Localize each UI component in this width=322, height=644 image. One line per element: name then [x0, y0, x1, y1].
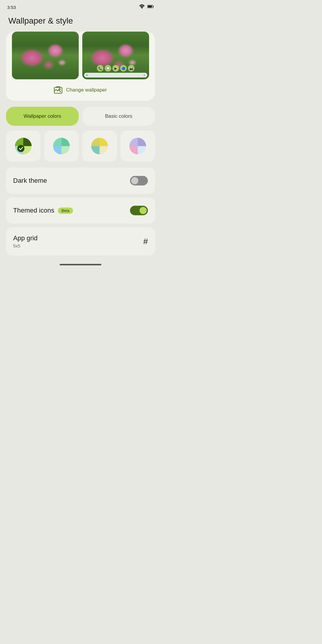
page-title: Wallpaper & style: [0, 13, 161, 32]
palette-item-2[interactable]: [44, 131, 79, 162]
app-grid-label-group: App grid 5x5: [13, 234, 38, 248]
dark-theme-row: Dark theme: [6, 168, 155, 194]
lock-wallpaper-image: [12, 32, 79, 79]
wifi-icon: [139, 4, 145, 10]
basic-colors-tab[interactable]: Basic colors: [82, 107, 155, 126]
bottom-indicator: [0, 259, 161, 268]
phone-icon: 📞: [97, 65, 103, 72]
color-scheme-section: Wallpaper colors Basic colors: [6, 107, 155, 162]
palette-2-wheel: [51, 135, 72, 157]
change-wallpaper-button[interactable]: Change wallpaper: [6, 85, 155, 95]
chrome-icon: 🔵: [120, 65, 127, 72]
svg-rect-1: [153, 6, 154, 7]
palette-options: [6, 131, 155, 162]
beta-badge: Beta: [58, 208, 73, 214]
svg-point-4: [59, 89, 61, 90]
color-tabs: Wallpaper colors Basic colors: [6, 107, 155, 126]
palette-3-wheel: [89, 135, 110, 157]
change-wallpaper-icon: [54, 86, 62, 94]
status-icons: [139, 4, 154, 10]
grid-icon: #: [143, 237, 148, 246]
app-grid-value: 5x5: [13, 243, 38, 248]
palette-item-4[interactable]: [120, 131, 155, 162]
nav-bar: [60, 264, 101, 265]
palette-item-1[interactable]: [6, 131, 41, 162]
home-screen-preview: 📞 💬 ▶ 🔵 📷 G 🎙: [82, 32, 149, 79]
dark-theme-thumb: [131, 177, 138, 184]
palette-1-wheel: [13, 135, 34, 157]
themed-icons-row: Themed icons Beta: [6, 197, 155, 224]
messages-icon: 💬: [105, 65, 111, 72]
mic-icon: 🎙: [143, 74, 145, 77]
status-time: 3:53: [7, 5, 16, 10]
wallpaper-previews: 📞 💬 ▶ 🔵 📷 G 🎙: [6, 32, 155, 79]
themed-icons-label-group: Themed icons Beta: [13, 207, 73, 214]
settings-section: Dark theme Themed icons Beta App grid 5x…: [6, 168, 155, 256]
themed-icons-label: Themed icons: [13, 207, 54, 214]
camera-icon: 📷: [128, 65, 134, 72]
change-wallpaper-label: Change wallpaper: [66, 87, 107, 93]
palette-item-3[interactable]: [82, 131, 117, 162]
play-store-icon: ▶: [112, 65, 119, 72]
svg-rect-2: [148, 6, 152, 7]
home-wallpaper-image: 📞 💬 ▶ 🔵 📷 G 🎙: [82, 32, 149, 79]
dark-theme-label: Dark theme: [13, 177, 47, 185]
themed-icons-thumb: [140, 207, 147, 214]
svg-point-6: [17, 145, 24, 152]
themed-icons-toggle[interactable]: [130, 206, 148, 215]
wallpaper-card: 📞 💬 ▶ 🔵 📷 G 🎙: [6, 32, 155, 101]
home-icons-row: 📞 💬 ▶ 🔵 📷: [84, 65, 147, 72]
status-bar: 3:53: [0, 0, 161, 13]
google-g: G: [86, 74, 88, 77]
home-overlay: 📞 💬 ▶ 🔵 📷 G 🎙: [82, 63, 149, 79]
home-search-bar: G 🎙: [84, 73, 147, 78]
app-grid-row[interactable]: App grid 5x5 #: [6, 227, 155, 256]
app-grid-label: App grid: [13, 234, 38, 242]
palette-4-wheel: [127, 135, 148, 157]
dark-theme-toggle[interactable]: [130, 176, 148, 185]
wallpaper-colors-tab[interactable]: Wallpaper colors: [6, 107, 79, 126]
battery-icon: [147, 4, 154, 10]
lock-screen-preview: [12, 32, 79, 79]
